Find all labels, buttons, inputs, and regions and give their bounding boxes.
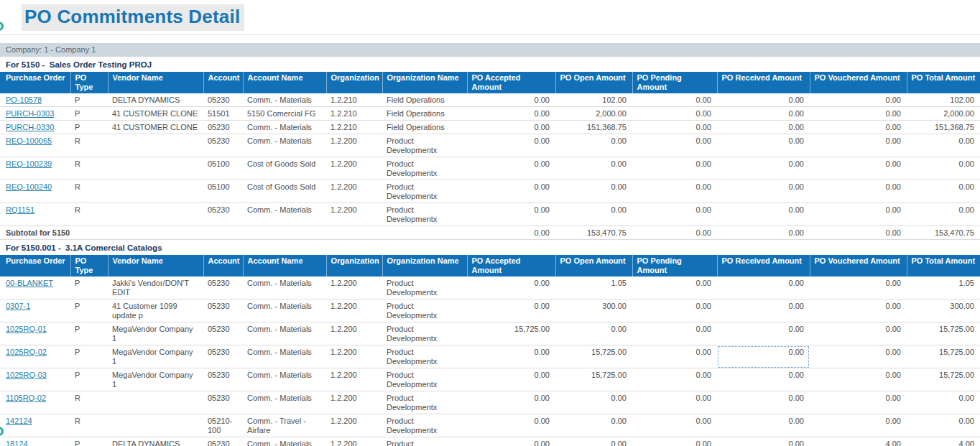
column-header-open: PO Open Amount: [555, 255, 632, 277]
po-link[interactable]: REQ-100065: [6, 136, 52, 145]
table-header-row: Purchase OrderPO TypeVendor NameAccountA…: [0, 72, 980, 93]
cell-accepted: 0.00: [467, 437, 555, 446]
cell-organization: 1.2.210: [326, 93, 382, 107]
cell-accepted: 0.00: [467, 414, 555, 437]
po-link[interactable]: RQ1151: [6, 205, 34, 214]
table-row: PURCH-0330P41 CUSTOMER CLONE05230Comm. -…: [0, 121, 980, 134]
cell-open: 0.00: [555, 180, 632, 203]
cell-po_type: P: [70, 107, 108, 121]
cell-vendor: [108, 391, 203, 414]
cell-organization_name: Product Developmentx: [382, 437, 467, 446]
table-row: 1025RQ-02PMegaVendor Company 105230Comm.…: [0, 345, 980, 368]
cell-account: 05230: [203, 203, 243, 226]
section-heading: For 5150 - Sales Order Testing PROJ: [0, 57, 980, 72]
cell-total: 102.00: [907, 93, 980, 107]
cell-vouchered: 0.00: [810, 157, 907, 180]
cell-accepted: 0.00: [467, 157, 555, 180]
cell-account_name: Comm. - Materials: [243, 322, 326, 345]
cell-received: 0.00: [717, 134, 810, 157]
cell-account: 05230: [203, 121, 243, 134]
cell-accepted: 0.00: [467, 299, 555, 322]
column-header-account_name: Account Name: [243, 255, 326, 277]
cell-pending: 0.00: [632, 134, 717, 157]
column-header-total: PO Total Amount: [907, 255, 980, 277]
cell-po: 0307-1: [0, 299, 70, 322]
cell-po: 142124: [0, 414, 70, 437]
cell-accepted: 0.00: [467, 107, 555, 121]
column-header-account: Account: [203, 72, 243, 93]
cell-po: 1025RQ-03: [0, 368, 70, 391]
cell-vendor: [108, 203, 203, 226]
po-link[interactable]: 1025RQ-02: [6, 348, 47, 356]
cell-account: 05230: [203, 134, 243, 157]
cell-organization: 1.2.210: [326, 121, 382, 134]
cell-received: 0.00: [717, 414, 810, 437]
cell-organization: 1.2.200: [326, 414, 382, 437]
table-header-row: Purchase OrderPO TypeVendor NameAccountA…: [0, 255, 980, 277]
page-title: PO Commitments Detail: [22, 4, 244, 31]
po-link[interactable]: PURCH-0330: [6, 123, 54, 131]
po-link[interactable]: REQ-100239: [6, 159, 52, 168]
section-heading: For 5150.001 - 3.1A Comercial Catalogs: [0, 240, 980, 255]
cell-accepted: 0.00: [467, 121, 555, 134]
column-header-accepted: PO Accepted Amount: [467, 255, 555, 277]
cell-received: 0.00: [717, 203, 810, 226]
cell-po: 00-BLANKET: [0, 277, 70, 299]
cell-account_name: Comm. - Materials: [243, 121, 326, 134]
cell-total: 0.00: [907, 180, 980, 203]
cell-total: 0.00: [907, 414, 980, 437]
cell-account: 05230: [203, 277, 243, 299]
cell-account: 05100: [203, 157, 243, 180]
cell-po_type: P: [70, 93, 108, 107]
cell-pending: 0.00: [632, 299, 717, 322]
cell-account_name: Comm. - Materials: [243, 134, 326, 157]
cell-organization_name: Product Developmentx: [382, 299, 467, 322]
cell-account: 05230: [203, 299, 243, 322]
cell-open: 15,725.00: [555, 345, 632, 368]
cell-po: 18124: [0, 437, 70, 446]
cell-received[interactable]: 0.00: [717, 345, 810, 368]
column-header-po_type: PO Type: [70, 72, 108, 93]
cell-vendor: MegaVendor Company 1: [108, 322, 203, 345]
po-link[interactable]: REQ-100240: [6, 182, 52, 191]
po-link[interactable]: PO-10578: [6, 96, 42, 104]
table-row: 00-BLANKETPJakki's Vendor/DON'T EDIT0523…: [0, 277, 980, 299]
po-link[interactable]: 00-BLANKET: [6, 279, 53, 287]
column-header-total: PO Total Amount: [907, 72, 980, 93]
cell-total: 15,725.00: [907, 322, 980, 345]
table-row: 142124R05210-100Comm. - Travel - Airfare…: [0, 414, 980, 437]
po-link[interactable]: 0307-1: [6, 302, 30, 310]
cell-accepted: 0.00: [467, 203, 555, 226]
column-header-received: PO Received Amount: [717, 255, 810, 277]
table-row: REQ-100065R05230Comm. - Materials1.2.200…: [0, 134, 980, 157]
cell-vouchered: 0.00: [810, 322, 907, 345]
cell-total: 0.00: [907, 391, 980, 414]
po-link[interactable]: 1025RQ-03: [6, 371, 47, 379]
cell-vouchered: 0.00: [810, 203, 907, 226]
cell-vendor: Jakki's Vendor/DON'T EDIT: [108, 277, 203, 299]
cell-accepted: 0.00: [467, 277, 555, 299]
cell-vendor: [108, 414, 203, 437]
cell-vouchered: 0.00: [810, 93, 907, 107]
po-link[interactable]: PURCH-0303: [6, 109, 54, 118]
cell-po: 1025RQ-01: [0, 322, 70, 345]
po-link[interactable]: 142124: [6, 417, 32, 425]
cell-total: 15,725.00: [907, 345, 980, 368]
po-link[interactable]: 1025RQ-01: [6, 325, 47, 333]
cell-open: 102.00: [555, 93, 632, 107]
cell-open: 0.00: [555, 437, 632, 446]
cell-account: 05230: [203, 437, 243, 446]
company-bar: Company: 1 - Company 1: [0, 43, 980, 57]
cell-open: 0.00: [555, 203, 632, 226]
table-row: 1025RQ-03PMegaVendor Company 105230Comm.…: [0, 368, 980, 391]
po-link[interactable]: 18124: [6, 440, 28, 446]
cell-po_type: R: [70, 391, 108, 414]
cell-total: 300.00: [907, 299, 980, 322]
cell-account_name: Comm. - Travel - Airfare: [243, 414, 326, 437]
subtotal-row: Subtotal for 51500.00153,470.750.000.000…: [0, 226, 980, 240]
po-link[interactable]: 1105RQ-02: [6, 394, 46, 402]
cell-vendor: MegaVendor Company 1: [108, 345, 203, 368]
cell-total: 0.00: [907, 157, 980, 180]
subtotal-total: 153,470.75: [907, 226, 980, 240]
cell-total: 4.00: [907, 437, 980, 446]
